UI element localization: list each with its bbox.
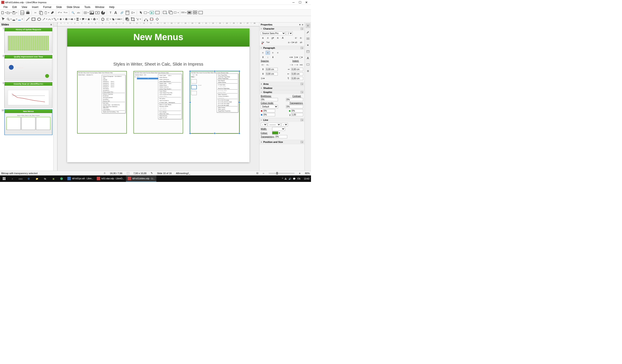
export-pdf-button[interactable]: PDF [20, 10, 25, 15]
line-colour-swatch[interactable] [272, 131, 278, 134]
tray-lang[interactable]: ITA [297, 178, 300, 180]
slide-thumb-9[interactable]: 9 Coverity Scan @ LibreOffice 5.1 [1, 82, 53, 108]
impress-screenshot[interactable]: File Edit View Insert Format Slide Slide… [190, 71, 239, 134]
align-right-button[interactable]: ≡ [271, 51, 275, 55]
table-button[interactable] [84, 10, 89, 15]
master-slide-button[interactable] [187, 10, 192, 15]
character-more-icon[interactable]: ↘ [301, 28, 303, 30]
increase-font-button[interactable]: a↑ [294, 36, 298, 40]
delete-slide-button[interactable] [174, 10, 179, 15]
duplicate-slide-button[interactable] [168, 10, 173, 15]
3d-objects-tool[interactable] [93, 17, 98, 22]
indent-after-input[interactable] [291, 72, 303, 75]
new-slide-button[interactable]: + [162, 10, 168, 15]
slides-list[interactable]: 7 History of Update Requests 8 Quality I… [0, 27, 53, 171]
maximize-button[interactable]: ☐ [297, 0, 303, 4]
vert-bottom-button[interactable]: ⬇ [271, 55, 275, 59]
animation-tab[interactable]: ★ [306, 43, 310, 47]
start-button[interactable] [0, 175, 8, 182]
slide-layout-button[interactable] [144, 10, 149, 15]
cut-button[interactable]: ✂ [33, 10, 38, 15]
bullets-button[interactable]: •≡▾ [289, 55, 293, 59]
arrow-start-select[interactable]: — [261, 123, 267, 127]
line-tool[interactable] [25, 17, 30, 22]
font-size-select[interactable]: 18 [286, 32, 293, 35]
spellcheck-button[interactable]: abc [76, 10, 81, 15]
shadow-text-button[interactable]: A [281, 36, 285, 40]
dec-spacing-button[interactable]: ≡↓ [266, 63, 270, 67]
properties-close-icon[interactable]: × [299, 23, 300, 26]
curves-tool[interactable] [48, 17, 53, 22]
points-button[interactable] [143, 17, 149, 22]
media-button[interactable] [95, 10, 100, 15]
edge-icon[interactable]: e [25, 175, 33, 182]
gallery-tab[interactable] [306, 62, 310, 67]
inc-spacing-button[interactable]: ≡↑ [261, 63, 265, 67]
vert-center-button[interactable]: ↕ [266, 55, 270, 59]
menu-window[interactable]: Window [93, 5, 107, 9]
align-justify-button[interactable]: ≡ [275, 51, 280, 55]
colour-mode-select[interactable]: Default [261, 105, 278, 109]
fill-color-button[interactable] [18, 17, 23, 22]
shadow-toggle[interactable] [125, 17, 130, 22]
filter-button[interactable] [136, 17, 141, 22]
contrast-input[interactable] [286, 98, 303, 101]
task-impress2[interactable]: tdf-lo51slides.odp - Li... [126, 175, 156, 182]
wrench-icon[interactable] [306, 30, 310, 35]
store-icon[interactable]: 🛍 [41, 175, 49, 182]
status-slide-info[interactable]: Slide 10 of 16 [157, 172, 172, 175]
tray-volume-icon[interactable]: 🔊 [289, 178, 291, 180]
cortana-button[interactable]: ○ [8, 175, 16, 182]
font-name-select[interactable]: Source Sans Pro [261, 32, 286, 35]
symbol-shapes-tool[interactable] [65, 17, 70, 22]
menu-view[interactable]: View [19, 5, 29, 9]
clone-format-button[interactable] [50, 10, 55, 15]
explorer-icon[interactable]: 📁 [33, 175, 41, 182]
menu-tools[interactable]: Tools [82, 5, 93, 9]
lines-arrows-tool[interactable] [42, 17, 47, 22]
bold-button[interactable]: a [261, 36, 265, 40]
extrusion-button[interactable] [155, 17, 160, 22]
char-spacing-button[interactable]: a↔b▾ [289, 40, 293, 44]
slide-thumb-8[interactable]: 8 Quality Improvement over Time · · · · … [1, 55, 53, 81]
vert-top-button[interactable]: ⬆ [261, 55, 265, 59]
glue-points-button[interactable] [149, 17, 154, 22]
slide-subtitle[interactable]: Styles in Writer, Sheet in Calc, Slide i… [67, 62, 250, 67]
fit-page-button[interactable]: ⊡ [256, 172, 258, 175]
rotate-button[interactable] [100, 17, 105, 22]
slide-title-area[interactable]: New Menus [67, 28, 250, 47]
app-icon[interactable]: ▣ [49, 175, 58, 182]
signature-icon[interactable]: ✎ [151, 172, 153, 175]
superscript-button[interactable]: ab [294, 40, 298, 44]
line-transparency-input[interactable] [275, 135, 287, 138]
image-button[interactable] [89, 10, 94, 15]
arrow-end-select[interactable]: — [281, 123, 288, 127]
align-center-button[interactable]: ≡ [266, 51, 270, 55]
menu-insert[interactable]: Insert [30, 5, 40, 9]
paste-button[interactable] [44, 10, 49, 15]
decrease-font-button[interactable]: a↓ [299, 36, 303, 40]
select-tool[interactable] [1, 17, 6, 22]
line-style-select[interactable]: ——— [268, 123, 281, 127]
dec-indent-button[interactable]: ←≡ [294, 63, 298, 67]
header-footer-button[interactable] [125, 10, 130, 15]
menu-format[interactable]: Format [41, 5, 54, 9]
strikethrough-button[interactable]: a [275, 36, 280, 40]
tray-network-icon[interactable]: 🖧 [285, 178, 287, 180]
status-template[interactable]: ABmeeting2_ [176, 172, 190, 175]
space-below-input[interactable] [266, 72, 278, 75]
red-input[interactable] [263, 109, 275, 112]
underline-button[interactable]: a▾ [271, 36, 275, 40]
start-first-button[interactable] [149, 10, 155, 15]
stars-tool[interactable] [87, 17, 92, 22]
connectors-tool[interactable] [53, 17, 58, 22]
arrange-button[interactable] [112, 17, 117, 22]
menu-help[interactable]: Help [107, 5, 117, 9]
italic-button[interactable]: a [266, 36, 270, 40]
transitions-tab[interactable] [306, 36, 310, 41]
task-impress1[interactable]: lo51-star.odp - LibreO... [95, 175, 126, 182]
basic-shapes-tool[interactable] [59, 17, 64, 22]
chart-button[interactable] [100, 10, 106, 15]
subscript-button[interactable]: ab [299, 40, 303, 44]
block-arrows-tool[interactable] [70, 17, 75, 22]
